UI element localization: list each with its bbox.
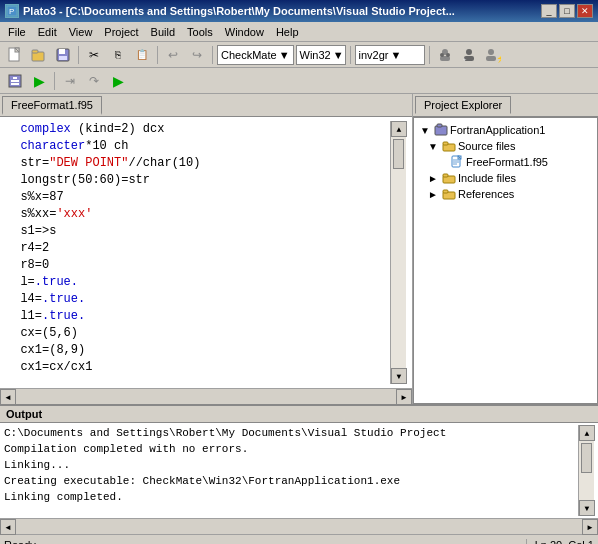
folder-closed-icon bbox=[442, 171, 456, 185]
output-scroll-left[interactable]: ◄ bbox=[0, 519, 16, 535]
code-line-14: cx1=(8,9) bbox=[6, 342, 390, 359]
scroll-down-arrow[interactable]: ▼ bbox=[391, 368, 407, 384]
debug-btn1[interactable] bbox=[4, 71, 26, 91]
scroll-up-arrow[interactable]: ▲ bbox=[391, 121, 407, 137]
open-button[interactable] bbox=[28, 45, 50, 65]
code-editor[interactable]: complex (kind=2) dcx character*10 ch str… bbox=[6, 121, 390, 384]
tree-root-label: FortranApplication1 bbox=[450, 124, 545, 136]
svg-point-14 bbox=[466, 49, 472, 55]
new-button[interactable] bbox=[4, 45, 26, 65]
toolbar-main: ✂ ⎘ 📋 ↩ ↪ CheckMate ▼ Win32 ▼ inv2gr ▼ +… bbox=[0, 42, 598, 68]
output-scroll-up[interactable]: ▲ bbox=[579, 425, 595, 441]
editor-scrollbar-v[interactable]: ▲ ▼ bbox=[390, 121, 406, 384]
output-line-2: Compilation completed with no errors. bbox=[4, 441, 578, 457]
user-btn1[interactable] bbox=[434, 45, 456, 65]
code-line-12: l1=.true. bbox=[6, 308, 390, 325]
redo-button[interactable]: ↪ bbox=[186, 45, 208, 65]
main-area: FreeFormat1.f95 complex (kind=2) dcx cha… bbox=[0, 94, 598, 404]
code-line-10: l=.true. bbox=[6, 274, 390, 291]
window-title: Plato3 - [C:\Documents and Settings\Robe… bbox=[23, 5, 455, 17]
close-button[interactable]: ✕ bbox=[577, 4, 593, 18]
undo-button[interactable]: ↩ bbox=[162, 45, 184, 65]
separator-6 bbox=[54, 72, 55, 90]
menu-bar: File Edit View Project Build Tools Windo… bbox=[0, 22, 598, 42]
cut-button[interactable]: ✂ bbox=[83, 45, 105, 65]
code-line-2: character*10 ch bbox=[6, 138, 390, 155]
tree-source-files[interactable]: ▼ Source files bbox=[426, 138, 593, 154]
paste-button[interactable]: 📋 bbox=[131, 45, 153, 65]
status-bar: Ready Ln 20, Col 1 bbox=[0, 534, 598, 544]
toolbar-debug: ▶ ⇥ ↷ ▶ bbox=[0, 68, 598, 94]
configuration-dropdown[interactable]: CheckMate ▼ bbox=[217, 45, 294, 65]
title-bar: P Plato3 - [C:\Documents and Settings\Ro… bbox=[0, 0, 598, 22]
output-scroll-track[interactable] bbox=[579, 441, 594, 500]
code-line-11: l4=.true. bbox=[6, 291, 390, 308]
copy-button[interactable]: ⎘ bbox=[107, 45, 129, 65]
svg-rect-25 bbox=[437, 124, 442, 127]
menu-project[interactable]: Project bbox=[98, 24, 144, 40]
user-btn3[interactable]: ⚡ bbox=[482, 45, 504, 65]
project-tab-bar: Project Explorer bbox=[413, 94, 598, 117]
output-h-track[interactable] bbox=[16, 519, 582, 534]
step-over-button[interactable]: ↷ bbox=[83, 71, 105, 91]
output-header: Output bbox=[0, 406, 598, 423]
menu-edit[interactable]: Edit bbox=[32, 24, 63, 40]
separator-5 bbox=[429, 46, 430, 64]
scroll-left-arrow[interactable]: ◄ bbox=[0, 389, 16, 405]
menu-help[interactable]: Help bbox=[270, 24, 305, 40]
menu-window[interactable]: Window bbox=[219, 24, 270, 40]
output-scroll-thumb[interactable] bbox=[581, 443, 592, 473]
output-line-4: Creating executable: CheckMate\Win32\For… bbox=[4, 473, 578, 489]
editor-tab[interactable]: FreeFormat1.f95 bbox=[2, 96, 102, 115]
minimize-button[interactable]: _ bbox=[541, 4, 557, 18]
menu-view[interactable]: View bbox=[63, 24, 99, 40]
app-icon: P bbox=[5, 4, 19, 18]
menu-build[interactable]: Build bbox=[145, 24, 181, 40]
svg-rect-37 bbox=[443, 190, 448, 193]
svg-rect-8 bbox=[59, 49, 65, 54]
tree-file-freeformat[interactable]: FreeFormat1.f95 bbox=[438, 154, 593, 170]
svg-text:P: P bbox=[9, 7, 14, 16]
scroll-track[interactable] bbox=[391, 137, 406, 368]
platform-dropdown[interactable]: Win32 ▼ bbox=[296, 45, 346, 65]
menu-file[interactable]: File bbox=[2, 24, 32, 40]
stop-debug-button[interactable]: ▶ bbox=[107, 71, 129, 91]
svg-rect-6 bbox=[32, 50, 38, 53]
tree-root[interactable]: ▼ FortranApplication1 bbox=[418, 122, 593, 138]
editor-tab-bar: FreeFormat1.f95 bbox=[0, 94, 412, 117]
tree-references[interactable]: ► References bbox=[426, 186, 593, 202]
output-scrollbar-v[interactable]: ▲ ▼ bbox=[578, 425, 594, 516]
project-explorer-tab[interactable]: Project Explorer bbox=[415, 96, 511, 114]
output-scrollbar-h[interactable]: ◄ ► bbox=[0, 518, 598, 534]
svg-point-17 bbox=[488, 49, 494, 55]
window-controls[interactable]: _ □ ✕ bbox=[541, 4, 593, 18]
step-into-button[interactable]: ⇥ bbox=[59, 71, 81, 91]
output-scroll-down[interactable]: ▼ bbox=[579, 500, 595, 516]
separator-3 bbox=[212, 46, 213, 64]
code-line-8: r4=2 bbox=[6, 240, 390, 257]
menu-tools[interactable]: Tools bbox=[181, 24, 219, 40]
svg-rect-18 bbox=[486, 56, 496, 61]
separator-4 bbox=[350, 46, 351, 64]
tree-include-files[interactable]: ► Include files bbox=[426, 170, 593, 186]
include-expand-icon: ► bbox=[426, 171, 440, 185]
svg-rect-9 bbox=[59, 56, 67, 60]
output-scroll-right[interactable]: ► bbox=[582, 519, 598, 535]
editor-scrollbar-h[interactable] bbox=[16, 389, 396, 404]
project-dropdown[interactable]: inv2gr ▼ bbox=[355, 45, 425, 65]
scroll-thumb[interactable] bbox=[393, 139, 404, 169]
include-files-label: Include files bbox=[458, 172, 516, 184]
code-line-4: longstr(50:60)=str bbox=[6, 172, 390, 189]
scroll-right-arrow[interactable]: ► bbox=[396, 389, 412, 405]
editor-panel: FreeFormat1.f95 complex (kind=2) dcx cha… bbox=[0, 94, 413, 404]
maximize-button[interactable]: □ bbox=[559, 4, 575, 18]
project-tree[interactable]: ▼ FortranApplication1 ▼ bbox=[413, 117, 598, 404]
code-line-3: str="DEW POINT"//char(10) bbox=[6, 155, 390, 172]
run-button[interactable]: ▶ bbox=[28, 71, 50, 91]
separator-2 bbox=[157, 46, 158, 64]
status-ready: Ready bbox=[4, 539, 526, 545]
output-content: C:\Documents and Settings\Robert\My Docu… bbox=[0, 423, 598, 518]
save-button[interactable] bbox=[52, 45, 74, 65]
editor-content[interactable]: complex (kind=2) dcx character*10 ch str… bbox=[0, 117, 412, 388]
user-btn2[interactable]: + bbox=[458, 45, 480, 65]
